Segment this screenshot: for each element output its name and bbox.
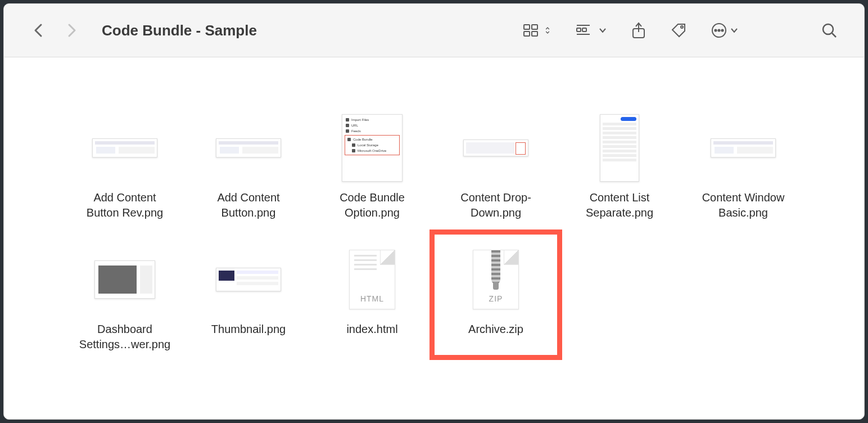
file-item[interactable]: Add Content Button Rev.png xyxy=(63,102,187,224)
file-item[interactable]: Content Window Basic.png xyxy=(681,102,805,224)
file-label: Add Content Button Rev.png xyxy=(87,190,163,220)
file-thumbnail: HTML xyxy=(349,250,395,309)
file-thumbnail: ZIP xyxy=(473,250,519,309)
file-thumbnail xyxy=(92,138,157,158)
file-label: Content Drop- Down.png xyxy=(460,190,531,220)
file-label: index.html xyxy=(346,322,397,337)
svg-rect-0 xyxy=(524,25,530,29)
svg-point-15 xyxy=(721,29,723,31)
file-item[interactable]: ZIPArchive.zip xyxy=(434,234,558,356)
file-item[interactable]: Import FilesURLFeedsCode BundleLocal Sto… xyxy=(310,102,434,224)
forward-button[interactable] xyxy=(61,20,82,40)
svg-point-11 xyxy=(681,26,683,28)
file-item[interactable]: Add Content Button.png xyxy=(187,102,310,224)
file-label: Add Content Button.png xyxy=(217,190,279,220)
file-label: Archive.zip xyxy=(468,322,523,337)
svg-point-14 xyxy=(718,29,720,31)
svg-rect-6 xyxy=(582,28,586,32)
finder-window: Code Bundle - Sample xyxy=(3,3,865,420)
file-item[interactable]: Dashboard Settings…wer.png xyxy=(63,234,187,356)
svg-point-13 xyxy=(715,29,716,31)
file-label: Dashboard Settings…wer.png xyxy=(79,322,170,352)
file-label: Content Window Basic.png xyxy=(702,190,785,220)
toolbar-actions xyxy=(523,22,837,39)
file-item[interactable]: Content List Separate.png xyxy=(558,102,681,224)
back-button[interactable] xyxy=(29,20,49,40)
file-label: Code Bundle Option.png xyxy=(340,190,405,220)
file-thumbnail: Import FilesURLFeedsCode BundleLocal Sto… xyxy=(342,114,403,182)
file-grid-area: Add Content Button Rev.pngAdd Content Bu… xyxy=(4,57,864,419)
tags-button[interactable] xyxy=(671,22,686,38)
file-thumbnail xyxy=(711,138,776,158)
share-button[interactable] xyxy=(631,22,646,39)
file-thumbnail xyxy=(94,260,155,299)
file-thumbnail xyxy=(216,138,281,158)
file-label: Thumbnail.png xyxy=(211,322,286,337)
file-thumbnail xyxy=(216,268,281,291)
file-thumbnail xyxy=(463,140,528,156)
svg-rect-2 xyxy=(524,32,530,36)
file-label: Content List Separate.png xyxy=(586,190,653,220)
svg-rect-3 xyxy=(532,32,537,36)
toolbar: Code Bundle - Sample xyxy=(4,4,864,57)
search-button[interactable] xyxy=(821,22,837,38)
view-mode-button[interactable] xyxy=(523,24,551,37)
file-item[interactable]: Content Drop- Down.png xyxy=(434,102,558,224)
svg-rect-1 xyxy=(532,25,537,29)
group-by-button[interactable] xyxy=(576,24,607,37)
more-actions-button[interactable] xyxy=(711,22,738,38)
window-title: Code Bundle - Sample xyxy=(102,22,257,39)
file-item[interactable]: Thumbnail.png xyxy=(187,234,310,356)
file-thumbnail xyxy=(600,114,639,182)
svg-point-16 xyxy=(823,24,833,34)
svg-line-17 xyxy=(832,33,836,37)
file-item[interactable]: HTMLindex.html xyxy=(310,234,434,356)
svg-rect-5 xyxy=(577,28,581,32)
